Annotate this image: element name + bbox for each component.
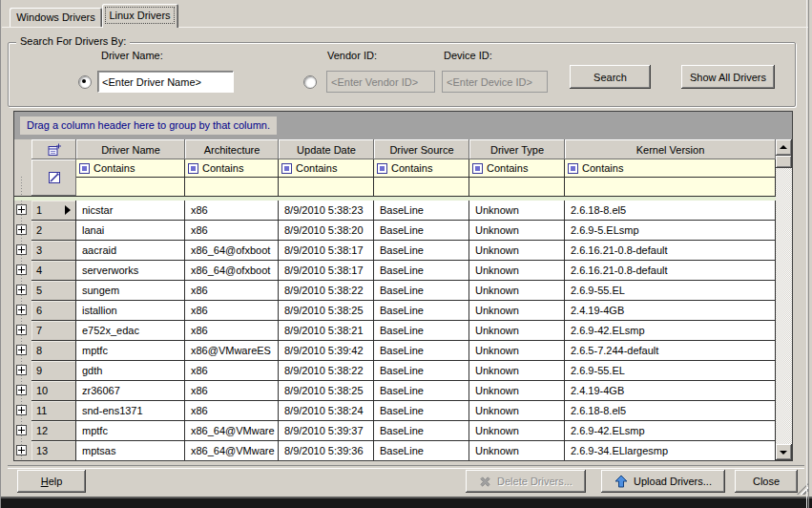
filter-operator-icon	[568, 163, 578, 174]
expand-row-button[interactable]	[16, 305, 27, 315]
expand-row-button[interactable]	[16, 265, 27, 275]
driver-row[interactable]: 7 e752x_edac x86 8/9/2010 5:38:21 BaseLi…	[14, 321, 776, 341]
expand-row-button[interactable]	[16, 445, 27, 455]
row-number-cell[interactable]: 13	[31, 441, 76, 460]
row-number-cell[interactable]: 2	[31, 221, 76, 241]
expand-row-button[interactable]	[16, 325, 27, 335]
row-number-cell[interactable]: 11	[31, 401, 76, 421]
scroll-down-button[interactable]	[776, 444, 792, 460]
row-number-cell[interactable]: 10	[31, 381, 76, 401]
filter-cell-kernel-version[interactable]: Contains	[565, 159, 776, 178]
expand-row-button[interactable]	[16, 224, 27, 235]
scroll-up-button[interactable]	[776, 139, 792, 156]
cell-driver-name: mptsas	[76, 441, 185, 460]
field-chooser-icon	[48, 143, 61, 157]
search-button[interactable]: Search	[570, 65, 651, 89]
cell-driver-type: Unknown	[469, 261, 565, 281]
column-header-driver-type[interactable]: Driver Type	[469, 139, 565, 159]
driver-row[interactable]: 13 mptsas x86_64@VMware 8/9/2010 5:39:36…	[14, 441, 776, 460]
header-corner	[14, 139, 31, 159]
column-header-architecture[interactable]: Architecture	[185, 139, 279, 159]
expand-row-button[interactable]	[16, 285, 27, 295]
expand-row-button[interactable]	[16, 204, 27, 215]
row-number-cell[interactable]: 9	[31, 361, 76, 381]
driver-row[interactable]: 9 gdth x86 8/9/2010 5:38:22 BaseLine Unk…	[14, 361, 776, 381]
filter-input-driver-type[interactable]	[469, 178, 565, 196]
row-number-cell[interactable]: 8	[31, 341, 76, 361]
cell-driver-name: mptfc	[76, 421, 185, 441]
column-header-driver-name[interactable]: Driver Name	[76, 139, 185, 159]
cell-driver-name: mptfc	[76, 341, 185, 361]
driver-row[interactable]: 5 sungem x86 8/9/2010 5:38:22 BaseLine U…	[14, 281, 776, 301]
filter-cell-driver-type[interactable]: Contains	[469, 159, 565, 178]
tab-windows-drivers[interactable]: Windows Drivers	[10, 8, 102, 27]
device-id-input[interactable]	[442, 71, 548, 93]
driver-row[interactable]: 2 lanai x86 8/9/2010 5:38:20 BaseLine Un…	[14, 221, 776, 241]
filter-cell-update-date[interactable]: Contains	[279, 159, 374, 178]
filter-input-update-date[interactable]	[279, 178, 374, 196]
driver-row[interactable]: 6 istallion x86 8/9/2010 5:38:25 BaseLin…	[14, 301, 776, 321]
cell-driver-type: Unknown	[469, 281, 565, 301]
close-button[interactable]: Close	[735, 470, 798, 493]
expand-row-button[interactable]	[16, 244, 27, 255]
filter-edit-button[interactable]	[31, 159, 76, 196]
filter-input-architecture[interactable]	[185, 178, 279, 196]
row-number-cell[interactable]: 1	[31, 201, 76, 221]
driver-name-radio[interactable]	[78, 75, 92, 89]
row-number-cell[interactable]: 5	[31, 281, 76, 301]
filter-input-kernel-version[interactable]	[565, 178, 776, 196]
cell-driver-type: Unknown	[469, 341, 565, 361]
cell-driver-name: aacraid	[76, 241, 185, 261]
driver-row[interactable]: 3 aacraid x86_64@ofxboot 8/9/2010 5:38:1…	[14, 241, 776, 261]
row-number-cell[interactable]: 3	[31, 241, 76, 261]
scrollbar-thumb[interactable]	[776, 156, 792, 168]
column-header-kernel-version[interactable]: Kernel Version	[565, 139, 776, 159]
field-chooser-button[interactable]	[31, 139, 76, 159]
driver-row[interactable]: 8 mptfc x86@VMwareES 8/9/2010 5:39:42 Ba…	[14, 341, 776, 361]
driver-row[interactable]: 10 zr36067 x86 8/9/2010 5:38:25 BaseLine…	[14, 381, 776, 401]
vendor-id-label: Vendor ID:	[327, 50, 377, 61]
driver-row[interactable]: 11 snd-ens1371 x86 8/9/2010 5:38:24 Base…	[14, 401, 776, 421]
upload-drivers-button[interactable]: Upload Drivers...	[601, 470, 725, 493]
cell-kernel-version: 2.6.9-42.ELsmp	[565, 421, 776, 441]
cell-architecture: x86	[185, 361, 279, 381]
driver-row[interactable]: 1 nicstar x86 8/9/2010 5:38:23 BaseLine …	[14, 201, 776, 221]
vendor-device-radio[interactable]	[303, 75, 317, 89]
cell-update-date: 8/9/2010 5:39:37	[279, 421, 374, 441]
expand-row-button[interactable]	[16, 425, 27, 435]
driver-row[interactable]: 4 serverworks x86_64@ofxboot 8/9/2010 5:…	[14, 261, 776, 281]
row-number-cell[interactable]: 7	[31, 321, 76, 341]
group-by-band[interactable]: Drag a column header here to group by th…	[14, 112, 792, 139]
expand-row-button[interactable]	[16, 385, 27, 395]
vendor-id-input[interactable]	[326, 71, 435, 93]
filter-cell-driver-name[interactable]: Contains	[76, 159, 185, 178]
row-number-cell[interactable]: 12	[31, 421, 76, 441]
filter-cell-architecture[interactable]: Contains	[185, 159, 279, 178]
column-header-update-date[interactable]: Update Date	[279, 139, 374, 159]
driver-name-input[interactable]	[97, 71, 234, 93]
driver-row[interactable]: 12 mptfc x86_64@VMware 8/9/2010 5:39:37 …	[14, 421, 776, 441]
show-all-drivers-button[interactable]: Show All Drivers	[681, 65, 775, 89]
help-button[interactable]: Help	[17, 470, 86, 493]
cell-architecture: x86	[185, 321, 279, 341]
expand-row-button[interactable]	[16, 365, 27, 375]
row-number-cell[interactable]: 4	[31, 261, 76, 281]
tab-linux-drivers[interactable]: Linux Drivers	[102, 4, 178, 28]
cell-update-date: 8/9/2010 5:38:17	[279, 261, 374, 281]
filter-input-driver-name[interactable]	[76, 178, 185, 196]
cell-kernel-version: 2.4.19-4GB	[565, 301, 776, 321]
expand-row-button[interactable]	[16, 345, 27, 355]
window-right-edge-highlight	[806, 0, 807, 508]
expand-row-button[interactable]	[16, 405, 27, 415]
cell-driver-name: sungem	[76, 281, 185, 301]
cell-driver-source: BaseLine	[374, 201, 469, 221]
cell-driver-source: BaseLine	[374, 421, 469, 441]
vertical-scrollbar[interactable]	[776, 139, 792, 460]
delete-drivers-button[interactable]: Delete Drivers...	[466, 470, 586, 493]
filter-operator-icon	[472, 163, 483, 174]
row-number-cell[interactable]: 6	[31, 301, 76, 321]
cell-kernel-version: 2.6.18-8.el5	[565, 401, 776, 421]
filter-cell-driver-source[interactable]: Contains	[374, 159, 469, 178]
filter-input-driver-source[interactable]	[374, 178, 469, 196]
column-header-driver-source[interactable]: Driver Source	[374, 139, 469, 159]
